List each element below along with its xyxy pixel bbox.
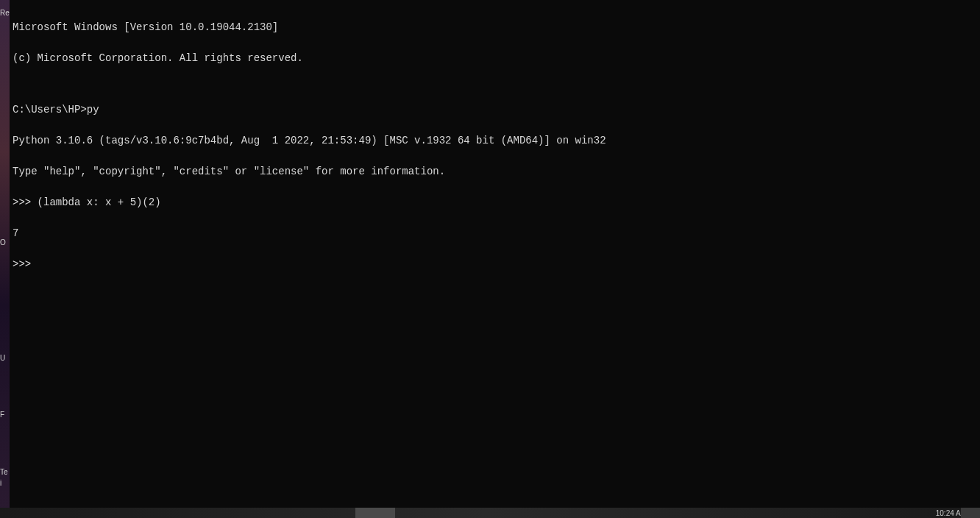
taskbar-active-app[interactable] [355, 508, 395, 518]
desktop-icon-fragment: O [0, 238, 6, 246]
terminal-line-python-version: Python 3.10.6 (tags/v3.10.6:9c7b4bd, Aug… [13, 135, 977, 146]
terminal-line-repl-output: 7 [13, 228, 977, 238]
desktop-left-edge: Re O U F Te i [0, 0, 10, 508]
terminal-window[interactable]: Microsoft Windows [Version 10.0.19044.21… [10, 0, 980, 508]
terminal-line-copyright: (c) Microsoft Corporation. All rights re… [13, 53, 977, 63]
terminal-line-repl-prompt[interactable]: >>> [13, 259, 977, 270]
terminal-cursor [38, 260, 43, 270]
taskbar-show-desktop[interactable] [961, 508, 980, 518]
taskbar[interactable]: 10:24 AM [0, 508, 980, 518]
desktop-icon-fragment: Te [0, 468, 8, 476]
terminal-line-prompt-cmd: C:\Users\HP>py [13, 104, 977, 115]
desktop-icon-fragment: i [0, 479, 1, 487]
terminal-line-version: Microsoft Windows [Version 10.0.19044.21… [13, 22, 977, 32]
terminal-line-repl-input: >>> (lambda x: x + 5)(2) [13, 197, 977, 207]
desktop-icon-fragment: Re [0, 9, 10, 17]
terminal-line-python-help: Type "help", "copyright", "credits" or "… [13, 166, 977, 177]
desktop-icon-fragment: U [0, 354, 5, 362]
desktop-icon-fragment: F [0, 411, 4, 419]
